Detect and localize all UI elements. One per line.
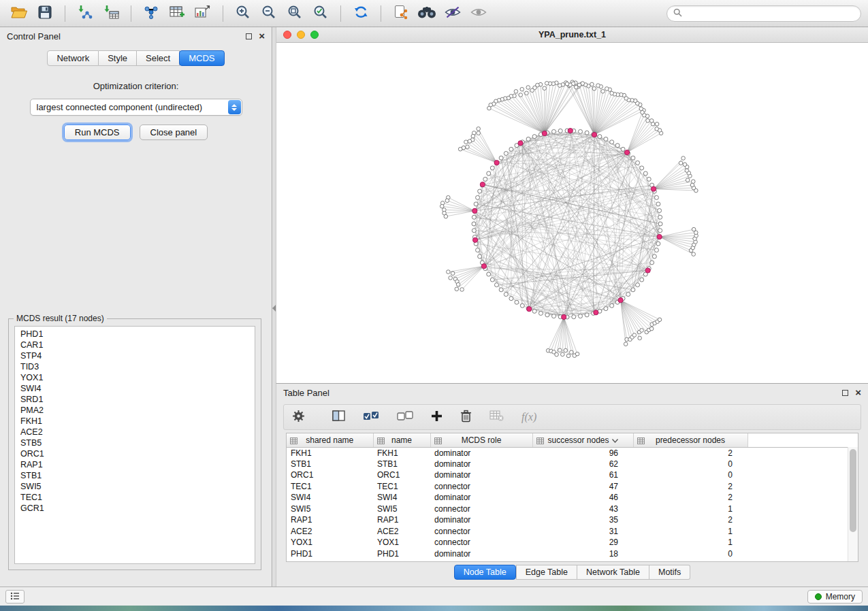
mcds-result-item[interactable]: GCR1 (20, 503, 255, 514)
node-table-row[interactable]: ACE2ACE2connector311 (287, 526, 858, 538)
function-label: f(x) (521, 411, 536, 423)
tab-style[interactable]: Style (99, 50, 137, 66)
save-session-button[interactable] (33, 3, 57, 24)
apply-function-button[interactable]: f(x) (521, 411, 536, 423)
toolbar-search[interactable] (666, 5, 861, 22)
new-network-button[interactable] (139, 3, 163, 24)
window-maximize-icon[interactable] (310, 31, 319, 39)
node-table-row[interactable]: STB1STB1dominator620 (287, 459, 858, 470)
node-table-header-row: shared name name MCDS role successo (287, 433, 858, 447)
mcds-result-item[interactable]: SRD1 (20, 394, 255, 405)
selected-criterion-value: largest connected component (undirected) (37, 102, 203, 112)
table-panel-tabs: Node Table Edge Table Network Table Moti… (276, 565, 868, 580)
window-close-icon[interactable] (283, 31, 291, 39)
desktop-wallpaper-strip (0, 606, 868, 611)
dropdown-stepper-icon (228, 100, 241, 114)
close-panel-button[interactable]: Close panel (140, 125, 208, 140)
list-icon (10, 591, 20, 603)
window-minimize-icon[interactable] (297, 31, 305, 39)
toggle-panel-button[interactable] (332, 410, 345, 424)
zoom-selected-button[interactable] (308, 3, 333, 24)
close-table-panel-icon[interactable]: × (855, 389, 861, 396)
close-panel-icon[interactable]: × (259, 33, 265, 39)
split-columns-icon (332, 410, 345, 424)
open-session-button[interactable] (7, 3, 31, 24)
deselect-all-rows-button[interactable] (397, 411, 413, 423)
mcds-result-list[interactable]: PHD1CAR1STP4TID3YOX1SWI4SRD1PMA2FKH1ACE2… (14, 326, 255, 564)
import-table-button[interactable] (99, 3, 123, 24)
node-table-row[interactable]: TEC1TEC1connector472 (287, 481, 858, 493)
mcds-result-item[interactable]: ORC1 (20, 448, 255, 459)
mcds-result-item[interactable]: ACE2 (20, 427, 255, 437)
tab-mcds[interactable]: MCDS (179, 50, 224, 66)
mcds-result-item[interactable]: FKH1 (20, 416, 255, 427)
table-scrollbar[interactable] (848, 447, 858, 561)
column-grid-icon (377, 437, 385, 446)
node-table-cell: ACE2 (287, 526, 373, 538)
mcds-result-item[interactable]: PHD1 (20, 329, 255, 340)
node-table-row[interactable]: PHD1PHD1dominator180 (287, 548, 858, 560)
mcds-result-item[interactable]: RAP1 (20, 459, 255, 470)
column-header-name[interactable]: name (373, 433, 430, 447)
tab-network-table[interactable]: Network Table (577, 565, 649, 580)
tab-motifs[interactable]: Motifs (649, 565, 690, 580)
new-table-button[interactable] (165, 3, 189, 24)
mcds-result-item[interactable]: CAR1 (20, 340, 255, 350)
search-input[interactable] (686, 9, 854, 18)
search-network-button[interactable] (415, 3, 439, 24)
column-header-shared-name[interactable]: shared name (287, 433, 373, 447)
image-chart-icon (195, 5, 211, 22)
zoom-out-button[interactable] (257, 3, 281, 24)
column-header-predecessor-nodes[interactable]: predecessor nodes (633, 433, 748, 447)
export-image-button[interactable] (191, 3, 215, 24)
mcds-result-item[interactable]: SWI4 (20, 383, 255, 394)
show-graphics-details-button[interactable] (466, 3, 491, 24)
tab-edge-table[interactable]: Edge Table (516, 565, 577, 580)
mcds-result-item[interactable]: STB1 (20, 470, 255, 481)
column-settings-button[interactable] (292, 410, 305, 425)
tab-network[interactable]: Network (47, 50, 99, 66)
node-table-row[interactable]: FKH1FKH1dominator962 (287, 447, 858, 459)
node-table-row[interactable]: ORC1ORC1dominator610 (287, 469, 858, 481)
tab-node-table[interactable]: Node Table (454, 565, 516, 580)
float-table-panel-icon[interactable] (842, 390, 848, 396)
node-table-row[interactable]: SWI5SWI5connector431 (287, 503, 858, 515)
column-header-successor-nodes[interactable]: successor nodes (532, 433, 633, 447)
node-table-cell-filler (748, 537, 858, 548)
delete-columns-button[interactable] (460, 410, 472, 425)
node-table-row[interactable]: SWI4SWI4dominator462 (287, 492, 858, 503)
node-table-cell: 2 (633, 447, 748, 459)
export-network-button[interactable] (389, 3, 413, 24)
mcds-result-item[interactable]: STP4 (20, 350, 255, 361)
optimization-criterion-select[interactable]: largest connected component (undirected) (30, 99, 242, 116)
refresh-view-button[interactable] (349, 3, 373, 24)
task-history-button[interactable] (5, 590, 25, 604)
hide-graphics-details-button[interactable] (440, 3, 465, 24)
application-window: Control Panel × Network Style Select MCD… (0, 0, 868, 611)
node-table-cell-filler (748, 503, 858, 515)
node-table-row[interactable]: RAP1RAP1dominator352 (287, 514, 858, 526)
import-network-button[interactable] (73, 3, 97, 24)
memory-button[interactable]: Memory (807, 590, 863, 604)
mcds-result-item[interactable]: TID3 (20, 361, 255, 372)
run-mcds-button[interactable]: Run MCDS (64, 125, 131, 140)
table-scrollbar-thumb[interactable] (850, 449, 856, 532)
mcds-result-item[interactable]: SWI5 (20, 481, 255, 492)
tab-select[interactable]: Select (137, 50, 180, 66)
node-table-cell: SWI4 (373, 492, 430, 503)
float-panel-icon[interactable] (246, 33, 252, 39)
create-column-button[interactable] (431, 410, 443, 425)
zoom-in-button[interactable] (231, 3, 255, 24)
column-header-mcds-role[interactable]: MCDS role (430, 433, 532, 447)
node-table-cell: SWI4 (287, 492, 373, 503)
mcds-result-item[interactable]: TEC1 (20, 492, 255, 503)
binoculars-icon (417, 6, 436, 21)
mcds-result-item[interactable]: PMA2 (20, 405, 255, 416)
network-canvas[interactable] (276, 43, 867, 382)
mcds-result-item[interactable]: YOX1 (20, 372, 255, 383)
mcds-result-item[interactable]: STB5 (20, 437, 255, 448)
fit-content-button[interactable] (283, 3, 307, 24)
network-window-titlebar[interactable]: YPA_prune.txt_1 (276, 27, 868, 43)
node-table-row[interactable]: YOX1YOX1connector291 (287, 537, 858, 548)
select-all-rows-button[interactable] (363, 411, 379, 423)
